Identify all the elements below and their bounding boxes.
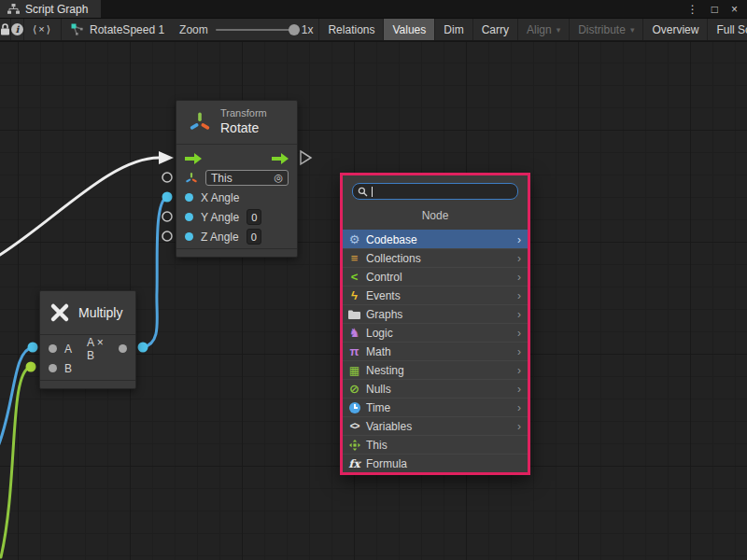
zangle-external-port[interactable] xyxy=(162,231,172,241)
graph-canvas[interactable]: Transform Rotate xyxy=(0,42,747,560)
zoom-slider[interactable] xyxy=(216,29,294,31)
this-port-row: This ◎ xyxy=(176,168,297,188)
fullscreen-button[interactable]: Full Screen xyxy=(707,19,747,40)
finder-item-graphs[interactable]: Graphs › xyxy=(343,304,528,323)
maximize-icon[interactable]: □ xyxy=(712,3,718,16)
yangle-value-input[interactable]: 0 xyxy=(247,209,261,225)
script-graph-node-icon xyxy=(71,23,84,36)
dim-button[interactable]: Dim xyxy=(434,19,472,40)
multiply-node[interactable]: Multiply A A × B B xyxy=(39,290,136,389)
this-object-field[interactable]: This ◎ xyxy=(205,170,289,186)
graph-hierarchy-icon xyxy=(7,4,20,15)
yangle-port[interactable] xyxy=(185,213,193,221)
a-port-row: A A × B xyxy=(40,339,135,358)
node-category: Transform xyxy=(220,107,267,120)
branch-icon: < xyxy=(347,271,361,283)
distribute-dropdown[interactable]: Distribute ▾ xyxy=(569,19,642,40)
null-icon: ⊘ xyxy=(347,383,361,395)
multiply-node-header: Multiply xyxy=(40,291,135,334)
node-search-input[interactable] xyxy=(376,186,513,197)
relations-button[interactable]: Relations xyxy=(318,19,383,40)
finder-item-math[interactable]: π Math › xyxy=(343,342,528,360)
node-title: Multiply xyxy=(78,305,122,320)
flow-output-external-port[interactable] xyxy=(301,151,311,164)
xangle-port[interactable] xyxy=(185,193,193,202)
values-button[interactable]: Values xyxy=(383,19,434,40)
flow-wire-arrowhead xyxy=(159,151,174,164)
object-picker-icon[interactable]: ◎ xyxy=(274,172,283,184)
chevron-right-icon: › xyxy=(517,233,523,246)
b-input-connection-dot[interactable] xyxy=(26,362,36,372)
folder-icon xyxy=(347,310,361,319)
finder-title: Node xyxy=(343,200,528,230)
finder-item-formula[interactable]: fx Formula xyxy=(343,454,528,472)
yangle-external-port[interactable] xyxy=(162,212,172,221)
transform-axes-icon xyxy=(188,110,212,134)
text-caret xyxy=(372,187,373,197)
knight-icon: ♞ xyxy=(347,327,361,339)
info-icon: i xyxy=(11,23,23,35)
zangle-value-input[interactable]: 0 xyxy=(247,229,261,245)
multiply-x-icon xyxy=(49,302,70,323)
rotate-node[interactable]: Transform Rotate xyxy=(176,100,298,258)
node-finder-popup: Node ⚙ Codebase › ≡ Collections › < Cont… xyxy=(340,173,530,475)
finder-item-collections[interactable]: ≡ Collections › xyxy=(343,248,528,267)
xangle-connection-dot[interactable] xyxy=(162,192,173,203)
this-icon xyxy=(347,440,361,451)
b-input-wire[interactable] xyxy=(1,367,31,557)
yangle-port-row: Y Angle 0 xyxy=(176,207,297,227)
breadcrumb[interactable]: RotateSpeed 1 xyxy=(62,19,174,40)
finder-item-events[interactable]: ϟ Events › xyxy=(343,286,528,304)
chevron-right-icon: › xyxy=(517,364,523,377)
gear-icon: ⚙ xyxy=(347,233,361,245)
align-dropdown[interactable]: Align ▾ xyxy=(517,19,569,40)
lock-icon xyxy=(0,23,10,35)
search-icon xyxy=(358,187,368,197)
menu-kebab-icon[interactable]: ⋮ xyxy=(687,3,698,16)
chevron-right-icon: › xyxy=(517,401,523,414)
finder-item-nesting[interactable]: ▦ Nesting › xyxy=(343,360,528,379)
finder-item-control[interactable]: < Control › xyxy=(343,267,528,286)
chevron-right-icon: › xyxy=(517,420,523,433)
flow-ports-row xyxy=(176,148,297,168)
window-controls: ⋮ □ × xyxy=(687,0,747,18)
flow-input-arrow-icon[interactable] xyxy=(185,153,202,164)
flow-wire[interactable] xyxy=(0,158,159,255)
flow-output-arrow-icon[interactable] xyxy=(272,153,289,164)
chevron-right-icon: › xyxy=(517,252,523,265)
angle-brackets-x-icon: ⟨×⟩ xyxy=(33,23,52,35)
finder-item-logic[interactable]: ♞ Logic › xyxy=(343,323,528,342)
node-title: Rotate xyxy=(220,120,267,137)
clock-icon xyxy=(347,402,361,413)
close-icon[interactable]: × xyxy=(731,3,738,16)
zangle-port[interactable] xyxy=(185,232,193,241)
chevron-right-icon: › xyxy=(517,308,523,321)
multiply-output-connection-dot[interactable] xyxy=(138,343,148,353)
result-output-port[interactable] xyxy=(119,344,127,353)
lock-button[interactable] xyxy=(0,19,11,40)
zoom-value: 1x xyxy=(302,23,314,36)
carry-button[interactable]: Carry xyxy=(472,19,517,40)
finder-item-this[interactable]: This xyxy=(343,435,528,454)
toolbar-buttons: Relations Values Dim Carry Align ▾ Distr… xyxy=(318,19,747,40)
zoom-slider-handle[interactable] xyxy=(289,24,300,35)
tab-script-graph[interactable]: Script Graph xyxy=(0,0,101,18)
zangle-port-row: Z Angle 0 xyxy=(176,227,297,246)
b-input-port[interactable] xyxy=(49,364,57,372)
overview-button[interactable]: Overview xyxy=(642,19,707,40)
nested-graph-icon: ▦ xyxy=(347,365,361,376)
finder-item-codebase[interactable]: ⚙ Codebase › xyxy=(343,230,528,248)
zoom-control: Zoom 1x xyxy=(174,19,318,40)
info-button[interactable]: i xyxy=(11,19,24,40)
brackets-icon: <> xyxy=(347,422,361,431)
finder-item-variables[interactable]: <> Variables › xyxy=(343,416,528,435)
a-input-connection-dot[interactable] xyxy=(28,343,38,353)
a-input-port[interactable] xyxy=(49,344,57,353)
chevron-right-icon: › xyxy=(517,327,523,340)
this-external-port[interactable] xyxy=(162,173,172,182)
finder-item-nulls[interactable]: ⊘ Nulls › xyxy=(343,379,528,398)
transform-mini-icon xyxy=(185,172,198,185)
finder-item-time[interactable]: Time › xyxy=(343,398,528,416)
node-search-box[interactable] xyxy=(352,183,518,200)
code-preview-button[interactable]: ⟨×⟩ xyxy=(24,19,62,40)
